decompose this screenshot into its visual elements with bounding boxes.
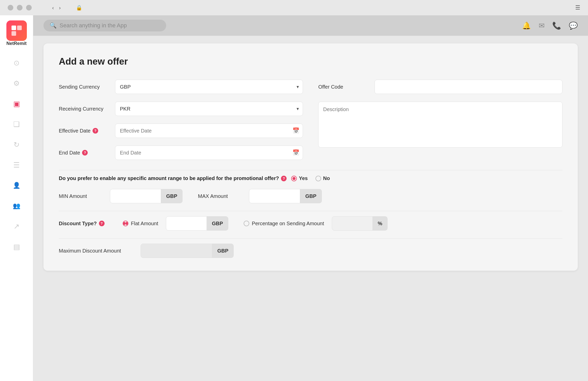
offer-code-label: Offer Code xyxy=(318,84,369,90)
search-box[interactable]: 🔍 Search anything in the App xyxy=(43,20,166,31)
flat-amount-currency: GBP xyxy=(207,216,228,231)
svg-rect-2 xyxy=(12,31,16,36)
menu-icon[interactable]: ☰ xyxy=(575,4,580,11)
sending-currency-row: Sending Currency GBP USD EUR ▾ xyxy=(59,80,303,94)
sidebar-item-users[interactable]: 👤 xyxy=(10,179,23,192)
range-question-text: Do you prefer to enable any specific amo… xyxy=(59,175,562,181)
sidebar: NetRemit ⊙ ⚙ ▣ ❑ ↻ ☰ 👤 👥 ↗ ▤ xyxy=(0,15,33,381)
min-amount-input-group: GBP xyxy=(110,189,183,203)
flat-amount-option[interactable]: Flat Amount xyxy=(123,221,158,227)
mail-icon[interactable]: ✉ xyxy=(539,21,545,30)
logo xyxy=(6,20,27,41)
form-right-column: Offer Code xyxy=(318,80,562,160)
main-content: Add a new offer Sending Currency GBP USD… xyxy=(33,36,588,381)
amount-range-row: MIN Amount GBP MAX Amount GBP xyxy=(59,189,562,203)
sidebar-item-dashboard[interactable]: ⊙ xyxy=(10,56,23,69)
range-help-icon[interactable]: ? xyxy=(281,176,287,181)
range-no-radio[interactable] xyxy=(315,176,321,181)
sidebar-item-team[interactable]: 👥 xyxy=(10,199,23,212)
percentage-input[interactable] xyxy=(332,216,373,231)
end-date-label: End Date ? xyxy=(59,150,110,156)
search-input[interactable]: Search anything in the App xyxy=(60,22,127,29)
range-yes-option[interactable]: Yes xyxy=(291,175,308,181)
range-yes-radio[interactable] xyxy=(291,176,297,181)
description-textarea[interactable] xyxy=(318,102,562,148)
sidebar-item-messages[interactable]: ☰ xyxy=(10,159,23,171)
end-date-row: End Date ? 📅 xyxy=(59,146,303,160)
effective-date-label: Effective Date ? xyxy=(59,128,110,134)
phone-icon[interactable]: 📞 xyxy=(552,21,561,30)
sidebar-item-reports[interactable]: ▤ xyxy=(10,240,23,253)
max-discount-row: Maximum Discount Amount GBP xyxy=(59,244,562,258)
sending-currency-label: Sending Currency xyxy=(59,84,110,90)
sidebar-item-offers[interactable]: ▣ xyxy=(10,97,23,110)
max-discount-label: Maximum Discount Amount xyxy=(59,248,135,254)
sending-currency-select[interactable]: GBP USD EUR xyxy=(115,80,303,94)
min-amount-label: MIN Amount xyxy=(59,193,102,199)
form-top-section: Sending Currency GBP USD EUR ▾ Recei xyxy=(59,80,562,160)
percentage-radio[interactable] xyxy=(244,221,249,226)
receiving-currency-label: Receiving Currency xyxy=(59,106,110,112)
sidebar-item-sync[interactable]: ↻ xyxy=(10,138,23,151)
top-bar: 🔍 Search anything in the App 🔔 ✉ 📞 💬 xyxy=(33,15,588,36)
maximize-button[interactable] xyxy=(26,5,32,10)
chat-icon[interactable]: 💬 xyxy=(569,21,578,30)
section-divider-2 xyxy=(59,211,562,211)
min-amount-currency: GBP xyxy=(161,189,183,203)
min-amount-input[interactable] xyxy=(110,189,161,203)
form-left-column: Sending Currency GBP USD EUR ▾ Recei xyxy=(59,80,303,160)
nav-forward-button[interactable]: › xyxy=(59,5,61,11)
receiving-currency-select[interactable]: PKR INR BDT xyxy=(115,102,303,116)
section-divider-3 xyxy=(59,238,562,239)
sidebar-item-analytics[interactable]: ↗ xyxy=(10,220,23,233)
close-button[interactable] xyxy=(8,5,13,10)
minimize-button[interactable] xyxy=(17,5,22,10)
page-title: Add a new offer xyxy=(59,56,562,67)
max-amount-currency: GBP xyxy=(300,189,322,203)
discount-type-label: Discount Type? ? xyxy=(59,221,115,227)
range-question-section: Do you prefer to enable any specific amo… xyxy=(59,175,562,181)
effective-date-row: Effective Date ? 📅 xyxy=(59,124,303,138)
max-amount-input[interactable] xyxy=(249,189,300,203)
content-card: Add a new offer Sending Currency GBP USD… xyxy=(43,43,578,271)
search-icon: 🔍 xyxy=(50,22,56,29)
percentage-option[interactable]: Percentage on Sending Amount xyxy=(244,221,324,227)
flat-amount-label: Flat Amount xyxy=(131,221,158,227)
flat-amount-input-group: GBP xyxy=(166,216,228,231)
max-discount-input-group: GBP xyxy=(141,244,234,258)
percentage-input-group: % xyxy=(332,216,388,231)
sending-currency-select-wrapper: GBP USD EUR ▾ xyxy=(115,80,303,94)
traffic-lights xyxy=(8,5,32,10)
range-radio-group: Yes No xyxy=(291,175,330,181)
sidebar-item-documents[interactable]: ❑ xyxy=(10,118,23,130)
description-row xyxy=(318,102,562,149)
receiving-currency-select-wrapper: PKR INR BDT ▾ xyxy=(115,102,303,116)
nav-back-button[interactable]: ‹ xyxy=(52,5,54,11)
effective-date-help-icon[interactable]: ? xyxy=(93,128,98,134)
range-no-option[interactable]: No xyxy=(315,175,330,181)
offer-code-input[interactable] xyxy=(375,80,562,94)
percentage-label: Percentage on Sending Amount xyxy=(252,221,324,227)
percentage-symbol: % xyxy=(373,216,388,231)
max-amount-input-group: GBP xyxy=(249,189,322,203)
max-discount-input[interactable] xyxy=(141,244,212,258)
discount-type-row: Discount Type? ? Flat Amount GBP Percent… xyxy=(59,216,562,231)
max-amount-label: MAX Amount xyxy=(198,193,241,199)
svg-rect-1 xyxy=(17,26,22,30)
flat-amount-input[interactable] xyxy=(166,216,207,231)
app-name: NetRemit xyxy=(6,41,27,46)
effective-date-input[interactable] xyxy=(115,124,303,138)
sidebar-item-settings[interactable]: ⚙ xyxy=(10,77,23,90)
svg-rect-0 xyxy=(12,26,16,30)
flat-amount-radio[interactable] xyxy=(123,221,128,226)
offer-code-row: Offer Code xyxy=(318,80,562,94)
effective-date-wrapper: 📅 xyxy=(115,124,303,138)
discount-help-icon[interactable]: ? xyxy=(99,221,105,226)
end-date-help-icon[interactable]: ? xyxy=(82,150,88,156)
end-date-wrapper: 📅 xyxy=(115,146,303,160)
end-date-input[interactable] xyxy=(115,146,303,160)
max-discount-currency: GBP xyxy=(212,244,234,258)
section-divider xyxy=(59,170,562,170)
notification-icon[interactable]: 🔔 xyxy=(522,21,531,30)
lock-icon: 🔒 xyxy=(76,5,82,11)
